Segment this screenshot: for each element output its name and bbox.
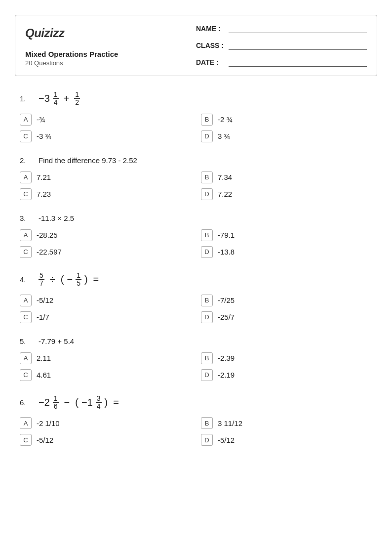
option-2d[interactable]: D 7.22 <box>201 188 372 200</box>
header-box: Quizizz Mixed Operations Practice 20 Que… <box>15 15 377 76</box>
option-5a[interactable]: A 2.11 <box>20 352 191 364</box>
question-6-math: −2 1 6 − ( −1 3 4 ) = <box>39 395 119 411</box>
option-4c[interactable]: C -1/7 <box>20 311 191 323</box>
option-3c[interactable]: C -22.597 <box>20 246 191 258</box>
question-4-number: 4. <box>20 275 34 284</box>
question-1-math: −3 1 4 + 1 2 <box>39 91 80 107</box>
question-1-number: 1. <box>20 94 34 103</box>
question-2-number: 2. <box>20 156 34 165</box>
question-3-stem: 3. -11.3 × 2.5 <box>20 214 372 222</box>
option-2a[interactable]: A 7.21 <box>20 171 191 183</box>
question-6-number: 6. <box>20 398 34 407</box>
logo: Quizizz <box>25 24 196 43</box>
question-5: 5. -7.79 + 5.4 A 2.11 B -2.39 C 4.61 D <box>20 337 372 381</box>
question-2: 2. Find the difference 9.73 - 2.52 A 7.2… <box>20 156 372 200</box>
name-label: NAME : <box>196 25 226 33</box>
header-right: NAME : CLASS : DATE : <box>196 24 367 67</box>
questions-area: 1. −3 1 4 + 1 2 A <box>15 91 377 446</box>
question-2-stem: 2. Find the difference 9.73 - 2.52 <box>20 156 372 165</box>
date-row: DATE : <box>196 58 367 67</box>
question-3-text: -11.3 × 2.5 <box>39 214 74 222</box>
option-6c[interactable]: C -5/12 <box>20 434 191 446</box>
option-5b[interactable]: B -2.39 <box>201 352 372 364</box>
class-label: CLASS : <box>196 42 226 49</box>
class-line[interactable] <box>229 41 367 50</box>
question-5-options: A 2.11 B -2.39 C 4.61 D -2.19 <box>20 352 372 381</box>
quiz-title: Mixed Operations Practice <box>25 50 196 58</box>
svg-text:Quizizz: Quizizz <box>25 26 65 40</box>
question-1-stem: 1. −3 1 4 + 1 2 <box>20 91 372 107</box>
question-2-text: Find the difference 9.73 - 2.52 <box>39 156 137 165</box>
option-4d[interactable]: D -25/7 <box>201 311 372 323</box>
option-3b[interactable]: B -79.1 <box>201 229 372 241</box>
option-5c[interactable]: C 4.61 <box>20 369 191 381</box>
option-2c[interactable]: C 7.23 <box>20 188 191 200</box>
date-line[interactable] <box>229 58 367 67</box>
option-1d[interactable]: D 3 ¾ <box>201 130 372 142</box>
name-row: NAME : <box>196 24 367 33</box>
question-5-stem: 5. -7.79 + 5.4 <box>20 337 372 345</box>
option-4a[interactable]: A -5/12 <box>20 295 191 306</box>
option-4b[interactable]: B -7/25 <box>201 295 372 306</box>
option-6b[interactable]: B 3 11/12 <box>201 417 372 429</box>
question-1: 1. −3 1 4 + 1 2 A <box>20 91 372 142</box>
option-5d[interactable]: D -2.19 <box>201 369 372 381</box>
question-4-stem: 4. 5 7 ÷ ( − 1 5 ) = <box>20 272 372 288</box>
page: Quizizz Mixed Operations Practice 20 Que… <box>0 0 392 474</box>
class-row: CLASS : <box>196 41 367 50</box>
option-6a[interactable]: A -2 1/10 <box>20 417 191 429</box>
question-5-text: -7.79 + 5.4 <box>39 337 74 345</box>
option-3d[interactable]: D -13.8 <box>201 246 372 258</box>
header-left: Quizizz Mixed Operations Practice 20 Que… <box>25 24 196 67</box>
question-4-options: A -5/12 B -7/25 C -1/7 D -25/7 <box>20 295 372 323</box>
quiz-subtitle: 20 Questions <box>25 59 196 67</box>
question-6-stem: 6. −2 1 6 − ( −1 3 4 ) = <box>20 395 372 411</box>
option-2b[interactable]: B 7.34 <box>201 171 372 183</box>
name-line[interactable] <box>229 24 367 33</box>
date-label: DATE : <box>196 58 226 66</box>
option-1a[interactable]: A -¾ <box>20 114 191 126</box>
question-4-math: 5 7 ÷ ( − 1 5 ) = <box>39 272 99 288</box>
option-1b[interactable]: B -2 ¾ <box>201 114 372 126</box>
question-4: 4. 5 7 ÷ ( − 1 5 ) = <box>20 272 372 323</box>
question-3-number: 3. <box>20 214 34 222</box>
question-3: 3. -11.3 × 2.5 A -28.25 B -79.1 C -22.59… <box>20 214 372 258</box>
question-6-options: A -2 1/10 B 3 11/12 C -5/12 D -5/12 <box>20 417 372 446</box>
question-1-options: A -¾ B -2 ¾ C -3 ¾ D 3 ¾ <box>20 114 372 142</box>
question-3-options: A -28.25 B -79.1 C -22.597 D -13.8 <box>20 229 372 258</box>
option-1c[interactable]: C -3 ¾ <box>20 130 191 142</box>
question-2-options: A 7.21 B 7.34 C 7.23 D 7.22 <box>20 171 372 200</box>
question-5-number: 5. <box>20 337 34 345</box>
option-3a[interactable]: A -28.25 <box>20 229 191 241</box>
option-6d[interactable]: D -5/12 <box>201 434 372 446</box>
question-6: 6. −2 1 6 − ( −1 3 4 ) = <box>20 395 372 446</box>
